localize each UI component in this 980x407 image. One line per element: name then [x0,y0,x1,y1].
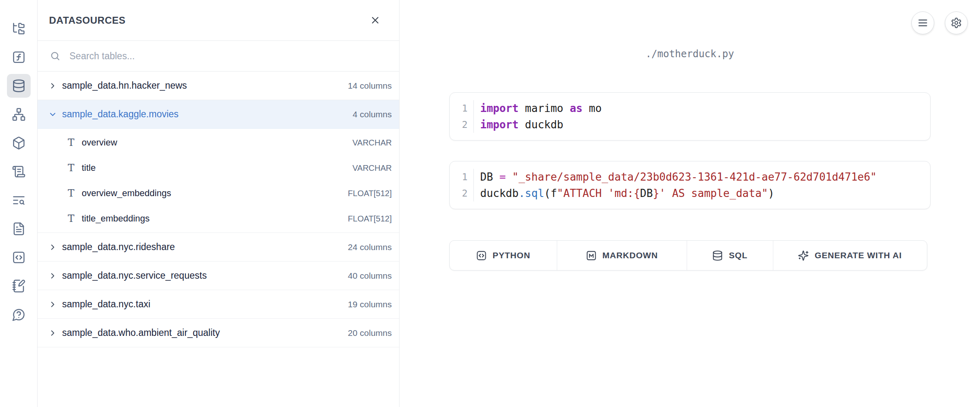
rail-file-tree-button[interactable] [7,17,31,40]
table-row-selected[interactable]: sample_data.kaggle.movies 4 columns [38,100,399,129]
code-line: import marimo as mo [480,100,922,116]
column-row[interactable]: T title_embeddings FLOAT[512] [38,206,399,231]
button-label: PYTHON [493,250,530,260]
search-tables-input[interactable] [69,50,330,62]
column-row[interactable]: T overview VARCHAR [38,130,399,155]
file-tree-icon [12,22,26,36]
table-name: sample_data.kaggle.movies [62,109,179,120]
rail-packages-button[interactable] [7,131,31,155]
gear-icon [951,17,962,29]
table-columns-list: T overview VARCHAR T title VARCHAR T ove… [38,129,399,233]
database-icon [712,250,723,261]
table-column-count: 19 columns [348,300,392,309]
search-icon [50,51,60,61]
column-name: title_embeddings [82,213,150,224]
rail-help-button[interactable] [7,303,31,326]
function-square-icon [12,50,26,64]
table-row[interactable]: sample_data.nyc.rideshare 24 columns [38,233,399,262]
column-type: FLOAT[512] [348,189,392,198]
table-column-count: 20 columns [348,328,392,338]
rail-snippets-button[interactable] [7,246,31,269]
table-column-count: 14 columns [348,81,392,91]
add-python-cell-button[interactable]: PYTHON [450,241,557,270]
table-name: sample_data.nyc.rideshare [62,242,175,253]
table-row[interactable]: sample_data.nyc.taxi 19 columns [38,290,399,319]
close-icon [370,15,381,26]
column-row[interactable]: T overview_embeddings FLOAT[512] [38,181,399,206]
table-name: sample_data.nyc.service_requests [62,270,207,281]
code-square-icon [476,250,487,261]
notebook-filename[interactable]: ./motherduck.py [449,48,931,60]
line-number: 2 [450,185,473,201]
column-row[interactable]: T title VARCHAR [38,155,399,181]
logs-scroll-icon [12,165,26,179]
code-cell-attach-db[interactable]: 12 DB = "_share/sample_data/23b0d623-136… [449,161,931,209]
datasources-panel: DATASOURCES sample_data.hn.hacker_news 1… [38,0,400,407]
package-icon [12,136,26,150]
document-icon [12,222,26,236]
chevron-right-icon [48,243,57,252]
table-column-count: 40 columns [348,271,392,281]
rail-documentation-button[interactable] [7,217,31,241]
chevron-right-icon [48,300,57,309]
panel-title: DATASOURCES [49,15,125,26]
menu-icon [917,17,929,29]
table-name: sample_data.who.ambient_air_quality [62,327,220,338]
code-snippets-icon [12,250,26,264]
rail-tracebacks-button[interactable] [7,188,31,212]
chevron-right-icon [48,329,57,338]
chevron-right-icon [48,271,57,280]
markdown-square-icon [586,250,597,261]
rail-variables-button[interactable] [7,45,31,69]
line-number-gutter: 12 [450,100,473,133]
text-type-icon: T [65,138,77,148]
rail-logs-button[interactable] [7,160,31,183]
code-cell-imports[interactable]: 12 import marimo as moimport duckdb [449,92,931,141]
notebook-header-buttons [911,11,968,34]
table-name: sample_data.nyc.taxi [62,299,150,310]
settings-button[interactable] [945,11,968,34]
button-label: SQL [729,250,748,260]
code-line: import duckdb [480,116,922,133]
button-label: MARKDOWN [603,250,658,260]
chevron-down-icon [48,110,57,119]
help-chat-icon [12,308,26,322]
add-cell-bar: PYTHON MARKDOWN SQL GENERATE WITH AI [449,240,927,271]
table-name: sample_data.hn.hacker_news [62,80,187,91]
chevron-right-icon [48,81,57,90]
table-column-count: 4 columns [353,110,392,119]
code-line: duckdb.sql(f"ATTACH 'md:{DB}' AS sample_… [480,185,922,201]
scratchpad-icon [12,279,26,293]
column-name: overview_embeddings [82,188,171,199]
column-type: VARCHAR [353,163,392,173]
column-name: title [82,163,96,173]
button-label: GENERATE WITH AI [815,250,902,260]
text-type-icon: T [65,163,77,173]
text-type-icon: T [65,214,77,224]
add-sql-cell-button[interactable]: SQL [687,241,773,270]
table-column-count: 24 columns [348,242,392,252]
rail-dependencies-button[interactable] [7,103,31,126]
line-number: 1 [450,169,473,185]
table-row[interactable]: sample_data.nyc.service_requests 40 colu… [38,262,399,290]
dependency-graph-icon [12,107,26,121]
notebook-menu-button[interactable] [911,11,934,34]
line-number: 2 [450,116,473,133]
generate-with-ai-button[interactable]: GENERATE WITH AI [773,241,927,270]
code-editor[interactable]: DB = "_share/sample_data/23b0d623-1361-4… [473,169,930,201]
rail-datasources-button[interactable] [7,74,31,98]
table-search-bar [38,41,399,72]
table-row[interactable]: sample_data.who.ambient_air_quality 20 c… [38,319,399,347]
code-editor[interactable]: import marimo as moimport duckdb [473,100,930,133]
text-type-icon: T [65,188,77,198]
close-panel-button[interactable] [367,13,383,28]
add-markdown-cell-button[interactable]: MARKDOWN [557,241,687,270]
column-name: overview [82,137,117,148]
table-row[interactable]: sample_data.hn.hacker_news 14 columns [38,72,399,100]
code-line: DB = "_share/sample_data/23b0d623-1361-4… [480,169,922,185]
rail-scratchpad-button[interactable] [7,274,31,298]
text-search-icon [12,193,26,207]
line-number: 1 [450,100,473,116]
column-type: FLOAT[512] [348,214,392,224]
database-icon [12,79,26,93]
